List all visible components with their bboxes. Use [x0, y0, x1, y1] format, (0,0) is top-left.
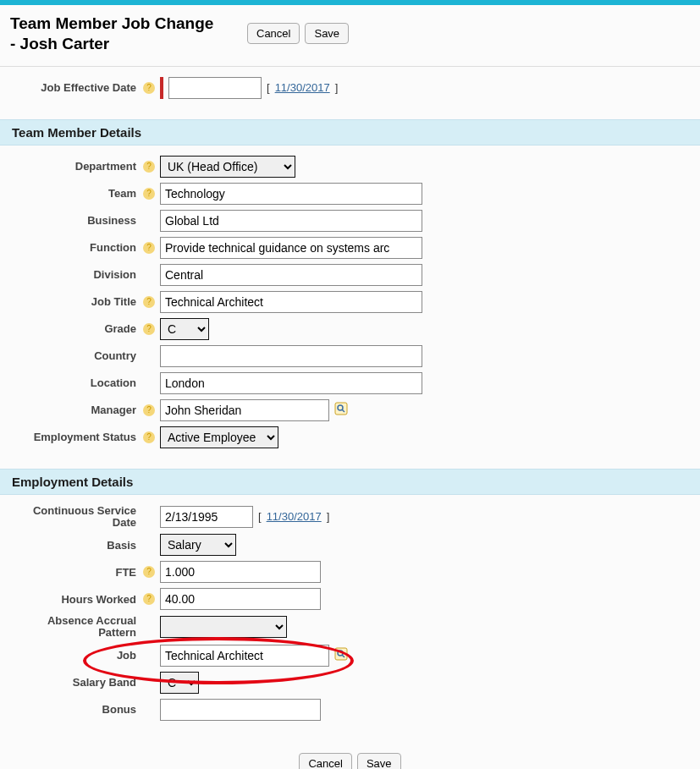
page-root: Team Member Job Change - Josh Carter Can…	[0, 0, 700, 769]
function-label: Function	[10, 241, 141, 254]
hours-worked-input[interactable]	[160, 588, 321, 610]
employment-status-label: Employment Status	[10, 431, 141, 443]
help-icon[interactable]: ?	[143, 566, 155, 578]
job-title-label: Job Title	[10, 295, 141, 308]
help-icon[interactable]: ?	[143, 161, 155, 173]
salary-band-select[interactable]: C	[160, 672, 199, 694]
bracket-open: [	[267, 81, 270, 94]
employment-status-select[interactable]: Active Employee	[160, 426, 278, 448]
fte-label: FTE	[10, 566, 141, 579]
business-input[interactable]	[160, 210, 422, 232]
job-effective-date-link[interactable]: 11/30/2017	[275, 81, 330, 94]
footer-button-row: Cancel Save	[0, 741, 700, 769]
job-input[interactable]	[160, 645, 329, 667]
location-label: Location	[10, 376, 141, 389]
section-body-employment: Continuous Service Date [ 11/30/2017 ] B…	[0, 495, 700, 741]
department-label: Department	[10, 160, 141, 173]
continuous-service-date-input[interactable]	[160, 506, 253, 528]
svg-rect-3	[335, 648, 347, 660]
team-label: Team	[10, 187, 141, 200]
help-icon[interactable]: ?	[143, 242, 155, 254]
grade-select[interactable]: C	[160, 318, 209, 340]
section-header-team-member: Team Member Details	[0, 119, 700, 146]
bracket-open: [	[258, 510, 262, 523]
function-input[interactable]	[160, 237, 422, 259]
division-label: Division	[10, 268, 141, 281]
bonus-label: Bonus	[10, 703, 141, 716]
department-select[interactable]: UK (Head Office)	[160, 156, 295, 178]
bonus-input[interactable]	[160, 699, 321, 721]
fte-input[interactable]	[160, 561, 321, 583]
bracket-close: ]	[335, 81, 339, 94]
manager-label: Manager	[10, 404, 141, 416]
help-icon[interactable]: ?	[143, 188, 155, 200]
business-label: Business	[10, 214, 141, 227]
country-label: Country	[10, 349, 141, 362]
country-input[interactable]	[160, 345, 422, 367]
help-icon[interactable]: ?	[143, 323, 155, 335]
save-button[interactable]: Save	[305, 23, 349, 44]
team-input[interactable]	[160, 183, 422, 205]
header-region: Team Member Job Change - Josh Carter Can…	[0, 5, 700, 67]
manager-input[interactable]	[160, 399, 329, 421]
absence-accrual-select[interactable]	[160, 616, 287, 638]
job-effective-date-input[interactable]	[168, 77, 262, 99]
lookup-icon[interactable]	[334, 647, 348, 663]
division-input[interactable]	[160, 264, 422, 286]
continuous-service-date-label: Continuous Service Date	[10, 505, 141, 530]
section-body-team-member: Department ? UK (Head Office) Team ? Bus…	[0, 146, 700, 469]
help-icon[interactable]: ?	[143, 431, 155, 443]
lookup-icon[interactable]	[334, 402, 348, 418]
basis-select[interactable]: Salary	[160, 534, 236, 556]
location-input[interactable]	[160, 372, 422, 394]
grade-label: Grade	[10, 322, 141, 335]
absence-accrual-label: Absence Accrual Pattern	[10, 615, 141, 640]
help-icon[interactable]: ?	[143, 296, 155, 308]
section-header-employment: Employment Details	[0, 469, 700, 495]
salary-band-label: Salary Band	[10, 676, 141, 689]
cancel-button[interactable]: Cancel	[247, 23, 300, 44]
hours-worked-label: Hours Worked	[10, 593, 141, 606]
job-effective-date-label: Job Effective Date	[10, 81, 141, 94]
job-effective-region: Job Effective Date ? [ 11/30/2017 ]	[0, 67, 700, 119]
basis-label: Basis	[10, 539, 141, 552]
save-button[interactable]: Save	[357, 753, 401, 769]
bracket-close: ]	[327, 510, 330, 523]
page-title: Team Member Job Change - Josh Carter	[10, 14, 222, 54]
svg-rect-0	[335, 403, 347, 415]
help-icon[interactable]: ?	[143, 82, 155, 94]
required-indicator	[160, 77, 163, 99]
job-title-input[interactable]	[160, 291, 422, 313]
job-label: Job	[10, 649, 141, 662]
continuous-service-date-link[interactable]: 11/30/2017	[267, 510, 322, 523]
cancel-button[interactable]: Cancel	[299, 753, 351, 769]
header-button-row: Cancel Save	[247, 23, 349, 44]
help-icon[interactable]: ?	[143, 593, 155, 605]
help-icon[interactable]: ?	[143, 404, 155, 416]
